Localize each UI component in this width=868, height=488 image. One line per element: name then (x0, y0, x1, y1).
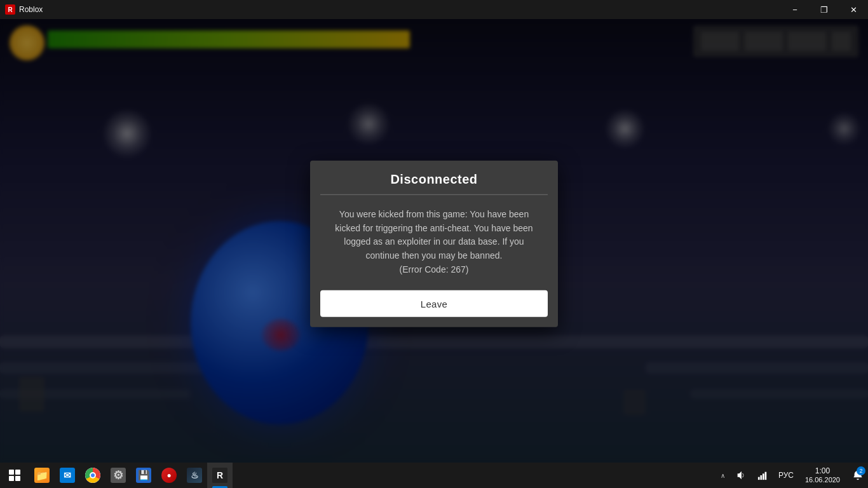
close-button[interactable]: ✕ (839, 0, 868, 19)
taskbar-app2[interactable]: ● (156, 463, 182, 488)
modal-footer: Leave (310, 288, 558, 327)
win-square-1 (9, 470, 14, 475)
taskbar: 📁 ✉ ⚙ 💾 ● ♨ R ∧ (0, 463, 868, 488)
taskbar-settings[interactable]: ⚙ (105, 463, 131, 488)
disconnect-modal: Disconnected You were kicked from this g… (310, 161, 558, 327)
titlebar-controls: − ❐ ✕ (780, 0, 868, 19)
taskbar-right: ∧ РУС (717, 463, 868, 488)
start-button[interactable] (0, 463, 29, 488)
modal-title: Disconnected (325, 172, 543, 187)
mail-icon: ✉ (60, 468, 75, 483)
taskbar-roblox[interactable]: R (207, 463, 233, 488)
titlebar: R Roblox − ❐ ✕ (0, 0, 868, 19)
volume-icon (735, 470, 747, 481)
win-square-3 (9, 476, 14, 481)
maximize-button[interactable]: ❐ (810, 0, 839, 19)
roblox-taskbar-icon: R (212, 468, 227, 483)
titlebar-left: R Roblox (0, 4, 43, 15)
taskbar-app1[interactable]: 💾 (131, 463, 156, 488)
language-button[interactable]: РУС (775, 463, 797, 488)
windows-icon (9, 470, 20, 481)
win-square-2 (15, 470, 20, 475)
svg-rect-0 (758, 477, 760, 480)
taskbar-file-explorer[interactable]: 📁 (29, 463, 55, 488)
gear-icon: ⚙ (111, 468, 126, 483)
clock-area[interactable]: 1:00 16.06.2020 (800, 463, 845, 488)
floppy-icon: 💾 (136, 468, 151, 483)
modal-message: You were kicked from this game: You have… (328, 208, 540, 276)
network-icon (757, 470, 768, 481)
red-app-icon: ● (161, 468, 177, 483)
taskbar-mail[interactable]: ✉ (55, 463, 80, 488)
minimize-button[interactable]: − (780, 0, 810, 19)
taskbar-steam[interactable]: ♨ (182, 463, 207, 488)
notification-button[interactable]: 2 (848, 463, 868, 488)
leave-button[interactable]: Leave (320, 290, 548, 317)
modal-header: Disconnected (310, 161, 558, 194)
clock-date: 16.06.2020 (805, 476, 840, 484)
clock-time: 1:00 (815, 466, 830, 475)
chevron-up-icon: ∧ (721, 472, 725, 479)
file-explorer-icon: 📁 (34, 468, 50, 483)
win-square-4 (15, 476, 20, 481)
taskbar-chrome[interactable] (80, 463, 105, 488)
titlebar-title: Roblox (19, 5, 43, 14)
svg-rect-3 (764, 472, 766, 480)
notification-badge: 2 (857, 466, 865, 475)
network-tray[interactable] (753, 463, 772, 488)
svg-rect-1 (760, 475, 762, 480)
tray-expand[interactable]: ∧ (717, 463, 729, 488)
volume-tray[interactable] (731, 463, 750, 488)
roblox-icon: R (5, 4, 15, 15)
svg-rect-2 (763, 473, 764, 480)
modal-body: You were kicked from this game: You have… (310, 195, 558, 288)
steam-icon: ♨ (187, 468, 202, 483)
chrome-icon (85, 468, 100, 483)
